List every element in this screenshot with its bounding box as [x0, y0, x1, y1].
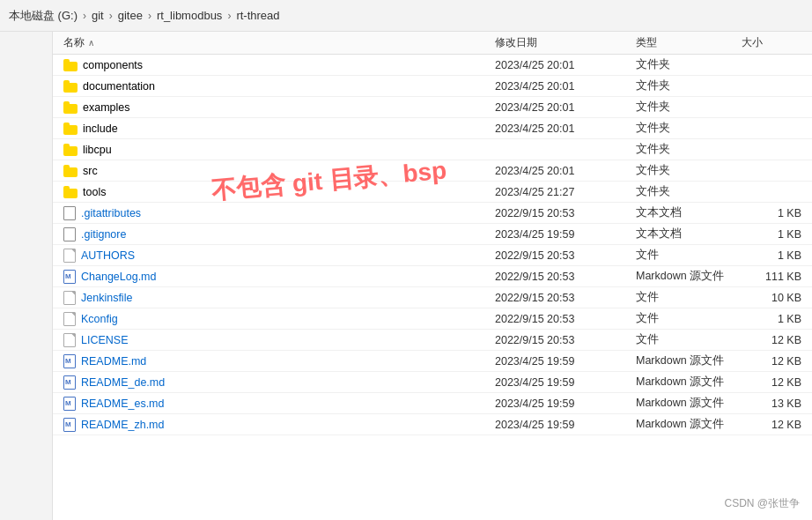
file-modified: 2023/4/25 21:27 — [495, 186, 636, 198]
table-row[interactable]: libcpu 文件夹 — [53, 139, 812, 160]
table-row[interactable]: AUTHORS 2022/9/15 20:53 文件 1 KB — [53, 245, 812, 266]
file-type: 文件夹 — [636, 78, 742, 93]
file-type: Markdown 源文件 — [636, 417, 742, 432]
generic-file-icon — [63, 249, 76, 263]
file-name[interactable]: libcpu — [83, 144, 112, 156]
generic-file-icon — [63, 291, 76, 305]
csdn-badge: CSDN @张世争 — [724, 496, 800, 511]
file-type: 文件 — [636, 248, 742, 263]
breadcrumb-sep-1: › — [109, 10, 113, 22]
file-name[interactable]: components — [83, 59, 143, 71]
file-name[interactable]: README_es.md — [81, 397, 164, 410]
file-name-cell: libcpu — [63, 144, 495, 156]
breadcrumb-item-0[interactable]: 本地磁盘 (G:) — [9, 8, 78, 24]
file-name-cell: README_de.md — [63, 375, 495, 390]
file-modified: 2022/9/15 20:53 — [495, 249, 636, 262]
file-type: Markdown 源文件 — [636, 375, 742, 390]
file-modified: 2023/4/25 20:01 — [495, 101, 636, 114]
file-name[interactable]: README_zh.md — [81, 419, 164, 431]
file-name[interactable]: Kconfig — [81, 313, 118, 325]
table-row[interactable]: .gitattributes 2022/9/15 20:53 文本文档 1 KB — [53, 203, 812, 224]
file-size: 111 KB — [742, 271, 812, 283]
table-row[interactable]: Kconfig 2022/9/15 20:53 文件 1 KB — [53, 308, 812, 330]
file-modified: 2023/4/25 19:59 — [495, 355, 636, 368]
table-row[interactable]: documentation 2023/4/25 20:01 文件夹 — [53, 76, 812, 97]
table-row[interactable]: src 2023/4/25 20:01 文件夹 — [53, 160, 812, 182]
file-modified: 2022/9/15 20:53 — [495, 271, 636, 283]
sort-arrow: ∧ — [88, 38, 94, 48]
file-name-cell: tools — [63, 186, 495, 198]
table-row[interactable]: README_de.md 2023/4/25 19:59 Markdown 源文… — [53, 372, 812, 393]
table-row[interactable]: README_zh.md 2023/4/25 19:59 Markdown 源文… — [53, 414, 812, 435]
file-name[interactable]: .gitattributes — [81, 207, 141, 219]
generic-file-icon — [63, 312, 76, 326]
table-row[interactable]: tools 2023/4/25 21:27 文件夹 — [53, 182, 812, 203]
markdown-file-icon — [63, 418, 76, 432]
file-name-cell: documentation — [63, 80, 495, 93]
text-file-icon — [63, 227, 76, 241]
file-name[interactable]: documentation — [83, 80, 155, 93]
file-type: 文件 — [636, 311, 742, 326]
file-name-cell: .gitignore — [63, 227, 495, 241]
table-row[interactable]: examples 2023/4/25 20:01 文件夹 — [53, 97, 812, 118]
file-name[interactable]: include — [83, 123, 118, 135]
file-name-cell: README_es.md — [63, 397, 495, 411]
col-header-name: 名称 ∧ — [63, 35, 495, 50]
folder-icon — [63, 101, 78, 114]
col-header-modified: 修改日期 — [495, 35, 636, 50]
file-name[interactable]: LICENSE — [81, 334, 129, 346]
file-name[interactable]: tools — [83, 186, 106, 198]
main-container: 名称 ∧ 修改日期 类型 大小 components 2023/4/25 20:… — [0, 32, 812, 520]
file-name-cell: README.md — [63, 354, 495, 368]
breadcrumb-item-3[interactable]: rt_libmodbus — [157, 9, 222, 22]
file-name[interactable]: src — [83, 165, 98, 177]
file-name[interactable]: .gitignore — [81, 228, 126, 241]
folder-icon — [63, 123, 78, 135]
breadcrumb-bar: 本地磁盘 (G:) › git › gitee › rt_libmodbus ›… — [0, 0, 812, 32]
breadcrumb-item-1[interactable]: git — [92, 9, 104, 22]
col-header-size: 大小 — [742, 35, 812, 50]
table-row[interactable]: ChangeLog.md 2022/9/15 20:53 Markdown 源文… — [53, 266, 812, 287]
file-type: Markdown 源文件 — [636, 396, 742, 411]
file-name-cell: LICENSE — [63, 333, 495, 347]
file-type: 文件夹 — [636, 142, 742, 157]
breadcrumb-item-2[interactable]: gitee — [118, 9, 143, 22]
file-name-cell: include — [63, 123, 495, 135]
markdown-file-icon — [63, 397, 76, 411]
file-size: 1 KB — [742, 313, 812, 325]
file-area[interactable]: 名称 ∧ 修改日期 类型 大小 components 2023/4/25 20:… — [53, 32, 812, 520]
breadcrumb-sep-2: › — [148, 10, 151, 22]
breadcrumb-item-4[interactable]: rt-thread — [236, 9, 279, 22]
file-name[interactable]: Jenkinsfile — [81, 292, 132, 304]
file-name-cell: components — [63, 59, 495, 71]
table-row[interactable]: components 2023/4/25 20:01 文件夹 — [53, 55, 812, 76]
table-row[interactable]: include 2023/4/25 20:01 文件夹 — [53, 118, 812, 139]
file-modified: 2022/9/15 20:53 — [495, 292, 636, 304]
file-size: 12 KB — [742, 419, 812, 431]
file-modified: 2023/4/25 20:01 — [495, 80, 636, 93]
file-size: 13 KB — [742, 397, 812, 410]
file-list: components 2023/4/25 20:01 文件夹 documenta… — [53, 55, 812, 435]
file-size: 1 KB — [742, 228, 812, 241]
file-type: Markdown 源文件 — [636, 269, 742, 284]
file-name[interactable]: README_de.md — [81, 376, 165, 389]
table-row[interactable]: LICENSE 2022/9/15 20:53 文件 12 KB — [53, 330, 812, 351]
file-type: 文本文档 — [636, 227, 742, 241]
file-name[interactable]: README.md — [81, 355, 146, 368]
table-row[interactable]: README.md 2023/4/25 19:59 Markdown 源文件 1… — [53, 351, 812, 372]
file-name[interactable]: ChangeLog.md — [81, 271, 156, 283]
file-size: 12 KB — [742, 355, 812, 368]
file-name-cell: Jenkinsfile — [63, 291, 495, 305]
folder-icon — [63, 144, 78, 156]
breadcrumb-sep-0: › — [83, 10, 86, 22]
folder-icon — [63, 59, 78, 71]
file-name[interactable]: AUTHORS — [81, 249, 135, 262]
file-name[interactable]: examples — [83, 101, 130, 114]
markdown-file-icon — [63, 354, 76, 368]
file-name-cell: Kconfig — [63, 312, 495, 326]
table-row[interactable]: .gitignore 2023/4/25 19:59 文本文档 1 KB — [53, 224, 812, 245]
table-row[interactable]: README_es.md 2023/4/25 19:59 Markdown 源文… — [53, 393, 812, 414]
file-type: 文件夹 — [636, 121, 742, 136]
table-row[interactable]: Jenkinsfile 2022/9/15 20:53 文件 10 KB — [53, 287, 812, 308]
file-name-cell: .gitattributes — [63, 206, 495, 220]
